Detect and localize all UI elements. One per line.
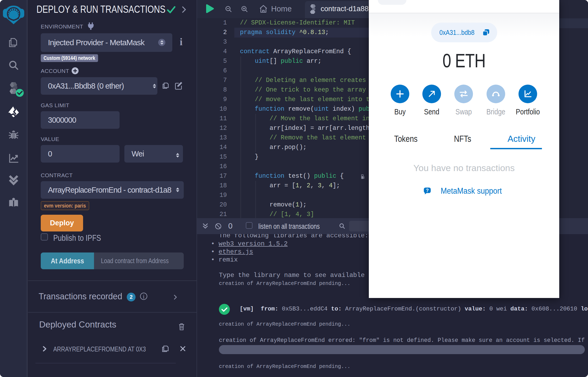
svg-text:?: ?	[426, 188, 429, 193]
